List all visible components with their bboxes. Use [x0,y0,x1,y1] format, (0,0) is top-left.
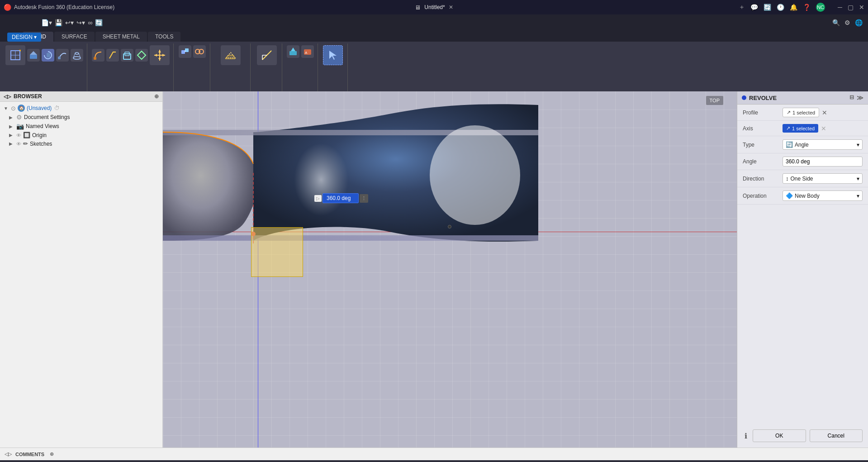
chat-icon[interactable]: 💬 [750,4,758,11]
refresh-button[interactable]: 🔄 [95,19,103,26]
new-component-icon[interactable] [179,45,191,58]
save-button[interactable]: 💾 [55,19,62,26]
extrude-ribbon-icon[interactable] [27,49,40,62]
direction-dropdown[interactable]: ↕ One Side ▾ [783,173,863,184]
fillet-icon[interactable] [92,49,104,62]
title-right: ＋ 💬 🔄 🕐 🔔 ❓ NC ─ ▢ ✕ [739,3,864,12]
top-icon-3[interactable]: 🌐 [855,19,863,26]
measure-icon[interactable] [257,45,277,65]
tree-item-root[interactable]: ▼ ⊙ 🏠 (Unsaved) ⏱ [0,104,162,113]
angle-popup: ▷ 360.0 deg ⋮ [314,193,368,203]
close-tab-icon[interactable]: ✕ [449,4,453,10]
profile-clear-button[interactable]: ✕ [822,109,827,116]
tree-icon-sketches-vis[interactable]: 👁 [16,141,21,147]
browser-options-icon[interactable]: ⊕ [154,93,159,100]
tab-sheet-metal[interactable]: SHEET METAL [95,32,147,42]
direction-dropdown-arrow: ▾ [857,176,859,182]
svg-point-38 [430,125,520,225]
tree-label-root: (Unsaved) [27,105,52,111]
tree-badge-root: 🏠 [18,105,25,112]
profile-selected-badge[interactable]: ↗ 1 selected [783,108,819,117]
browser-tree: ▼ ⊙ 🏠 (Unsaved) ⏱ ▶ ⚙ Document Settings … [0,102,162,448]
revolve-title: REVOLVE [749,95,777,101]
cancel-button[interactable]: Cancel [810,429,863,442]
window-close-icon[interactable]: ✕ [859,4,864,11]
comments-bar: ◁▷ COMMENTS ⊕ [0,448,868,460]
tree-expand-doc: ▶ [9,115,14,120]
type-dropdown[interactable]: 🔄 Angle ▾ [783,139,863,150]
construct-plane-icon[interactable] [221,45,241,65]
angle-field[interactable]: 360.0 deg [783,157,863,167]
svg-rect-4 [30,55,37,59]
tab-tools[interactable]: TOOLS [148,32,180,42]
help-icon[interactable]: ❓ [803,4,811,11]
axis-selected-badge[interactable]: ↗ 1 selected [783,124,818,133]
type-row: Type 🔄 Angle ▾ [737,136,868,153]
quick-access-toolbar: 📄▾ 💾 ↩▾ ↪▾ ∞ 🔄 [41,19,103,26]
tab-row: SOLID SURFACE SHEET METAL TOOLS [0,29,868,42]
angle-input-field[interactable]: 360.0 deg [323,193,359,203]
revolve-close-icon[interactable]: ≫ [857,94,863,101]
insert-derive-icon[interactable] [287,45,299,58]
axis-value: ↗ 1 selected ✕ [783,124,863,133]
comments-add-icon[interactable]: ⊕ [50,451,54,457]
tree-icon-origin-vis[interactable]: 👁 [16,133,21,138]
assemble-icons [179,45,206,58]
shell-icon[interactable] [121,49,133,62]
browser-header-left: ◁▷ BROWSER [4,93,42,100]
loft-icon[interactable] [71,49,83,62]
top-icon-1[interactable]: 🔍 [832,19,840,26]
joint-icon[interactable] [193,45,206,58]
browser-expand-icon[interactable]: ◁▷ [4,94,11,100]
comments-expand-icon[interactable]: ◁▷ [5,451,12,457]
new-sketch-icon[interactable] [5,45,25,65]
revolve-panel: REVOLVE ⊟ ≫ Profile ↗ 1 selected ✕ Axis [737,91,868,448]
revolve-dot [742,95,746,100]
axis-label: Axis [743,125,779,132]
operation-dropdown[interactable]: 🔷 New Body ▾ [783,191,863,201]
tree-item-origin[interactable]: ▶ 👁 🔲 Origin [0,131,162,139]
revolve-expand-icon[interactable]: ⊟ [849,94,854,101]
profile-selected-text: 1 selected [792,110,815,115]
revolve-ribbon-icon[interactable] [42,49,54,62]
info-button[interactable]: ℹ [743,429,749,442]
svg-point-9 [75,52,79,54]
bell-icon[interactable]: 🔔 [790,4,797,11]
tree-icon-doc: ⚙ [16,114,22,121]
decal-icon[interactable]: A [301,45,314,58]
scale-icon[interactable] [135,49,148,62]
maximize-icon[interactable]: ▢ [848,4,854,11]
design-button[interactable]: DESIGN ▾ [7,33,41,42]
clock-icon[interactable]: 🕐 [777,4,784,11]
svg-rect-21 [185,48,189,52]
operation-row: Operation 🔷 New Body ▾ [737,187,868,205]
sweep-icon[interactable] [56,49,69,62]
tab-surface[interactable]: SURFACE [54,32,95,42]
plus-icon[interactable]: ＋ [739,3,745,11]
undo-button[interactable]: ↩▾ [65,19,74,26]
history-button[interactable]: ∞ [88,19,92,26]
angle-row: Angle 360.0 deg [737,153,868,170]
axis-clear-button[interactable]: ✕ [821,125,826,132]
redo-button[interactable]: ↪▾ [76,19,85,26]
axis-selected-text: 1 selected [792,126,815,131]
tree-item-named-views[interactable]: ▶ 📷 Named Views [0,122,162,131]
viewport[interactable]: ▷ 360.0 deg ⋮ TOP [163,91,737,448]
ok-button[interactable]: OK [753,429,806,442]
top-icon-2[interactable]: ⚙ [844,19,850,26]
bottom-bar: ⊕ ✋ 🔄 🔍 🖥 ⊞ ⊟ 1 Profile 1 Z | Min Distan… [0,460,868,462]
new-file-button[interactable]: 📄▾ [41,19,52,26]
view-orientation-label[interactable]: TOP [706,96,723,105]
select-icon[interactable] [323,45,343,65]
svg-marker-15 [138,51,146,59]
minimize-icon[interactable]: ─ [838,4,842,11]
tree-item-sketches[interactable]: ▶ 👁 ✏ Sketches [0,139,162,148]
angle-menu-button[interactable]: ⋮ [360,194,368,203]
tree-item-doc-settings[interactable]: ▶ ⚙ Document Settings [0,113,162,122]
direction-label: Direction [743,176,779,182]
main-area: ◁▷ BROWSER ⊕ ▼ ⊙ 🏠 (Unsaved) ⏱ ▶ ⚙ Docum… [0,91,868,448]
chamfer-icon[interactable] [106,49,119,62]
tree-expand-origin: ▶ [9,133,14,138]
move-copy-icon[interactable] [150,45,170,65]
refresh-icon[interactable]: 🔄 [764,4,771,11]
